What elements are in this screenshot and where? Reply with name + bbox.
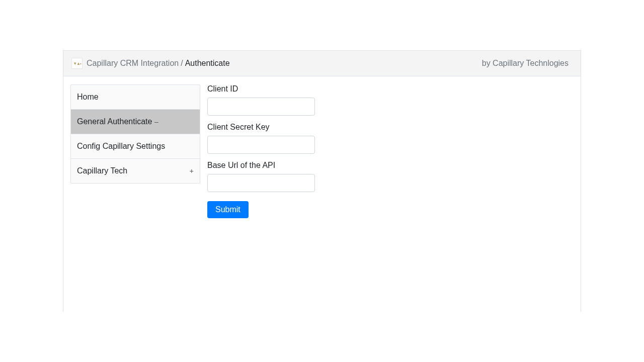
base-url-label: Base Url of the API bbox=[207, 161, 574, 170]
breadcrumb-separator: / bbox=[181, 59, 183, 68]
sidebar-item-capillary-tech[interactable]: Capillary Tech + bbox=[71, 159, 200, 183]
app-logo-icon: ▼▲• bbox=[71, 58, 83, 69]
breadcrumb-app-name[interactable]: Capillary CRM Integration bbox=[87, 59, 179, 68]
client-secret-label: Client Secret Key bbox=[207, 123, 574, 132]
app-container: ▼▲• Capillary CRM Integration / Authenti… bbox=[63, 50, 581, 312]
body-content: Home General Authenticate – Config Capil… bbox=[63, 76, 581, 226]
sidebar-item-general-authenticate[interactable]: General Authenticate – bbox=[71, 110, 200, 134]
client-secret-input[interactable] bbox=[207, 136, 315, 154]
client-id-label: Client ID bbox=[207, 84, 574, 94]
sidebar-item-home[interactable]: Home bbox=[71, 85, 200, 110]
client-id-input[interactable] bbox=[207, 98, 315, 116]
submit-button[interactable]: Submit bbox=[207, 201, 249, 218]
form-group-client-secret: Client Secret Key bbox=[207, 123, 574, 154]
sidebar-item-label: General Authenticate – bbox=[77, 117, 158, 126]
header-bar: ▼▲• Capillary CRM Integration / Authenti… bbox=[63, 51, 581, 76]
sidebar: Home General Authenticate – Config Capil… bbox=[70, 84, 200, 184]
collapse-icon: – bbox=[154, 118, 158, 126]
sidebar-item-label: Home bbox=[77, 93, 99, 102]
form-group-client-id: Client ID bbox=[207, 84, 574, 116]
header-left: ▼▲• Capillary CRM Integration / Authenti… bbox=[71, 58, 230, 69]
form-group-base-url: Base Url of the API bbox=[207, 161, 574, 192]
header-vendor-text: by Capillary Technlogies bbox=[482, 59, 569, 68]
main-panel: Client ID Client Secret Key Base Url of … bbox=[207, 84, 574, 218]
sidebar-item-config-capillary-settings[interactable]: Config Capillary Settings bbox=[71, 134, 200, 159]
expand-icon: + bbox=[190, 167, 194, 175]
sidebar-item-label: Config Capillary Settings bbox=[77, 142, 165, 151]
breadcrumb-page-name: Authenticate bbox=[185, 59, 230, 68]
base-url-input[interactable] bbox=[207, 174, 315, 192]
sidebar-item-label: Capillary Tech bbox=[77, 166, 127, 175]
